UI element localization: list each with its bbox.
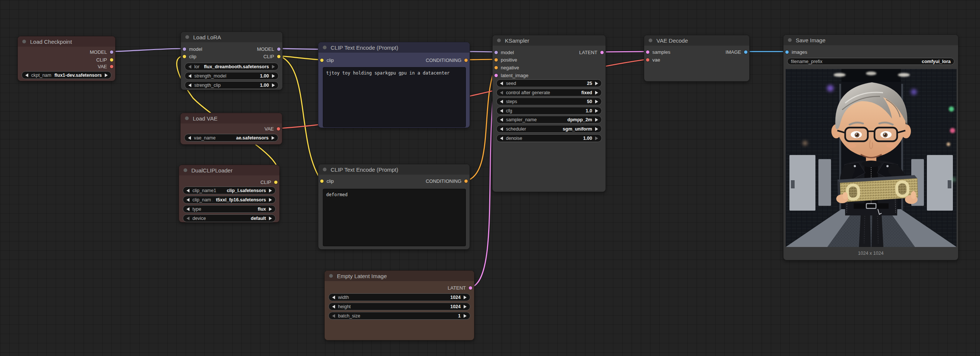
clip-port-icon[interactable]: [277, 55, 280, 58]
output-slot-clip[interactable]: CLIP: [263, 53, 280, 60]
node-clip-text-encode-negative[interactable]: CLIP Text Encode (Prompt) clip CONDITION…: [318, 164, 470, 250]
collapse-dot-icon[interactable]: [329, 274, 333, 278]
increment-arrow-icon[interactable]: [269, 198, 272, 202]
node-dual-clip-loader[interactable]: DualCLIPLoader CLIP clip_name1 clip_l.sa…: [179, 165, 280, 223]
node-ksampler[interactable]: KSampler model positive negative latent_…: [492, 35, 606, 192]
node-titlebar[interactable]: Empty Latent Image: [325, 271, 474, 281]
node-titlebar[interactable]: Load VAE: [181, 113, 282, 123]
node-load-vae[interactable]: Load VAE VAE vae_name ae.safetensors: [180, 113, 282, 145]
node-titlebar[interactable]: KSampler: [493, 35, 606, 46]
vae-port-icon[interactable]: [646, 58, 649, 62]
output-slot-clip[interactable]: CLIP: [261, 179, 277, 185]
decrement-arrow-icon[interactable]: [500, 91, 503, 95]
input-slot-clip[interactable]: clip: [320, 57, 334, 63]
collapse-dot-icon[interactable]: [323, 168, 326, 171]
decrement-arrow-icon[interactable]: [186, 207, 189, 211]
vae-port-icon[interactable]: [277, 127, 280, 131]
decrement-arrow-icon[interactable]: [500, 136, 503, 140]
prompt-text-area[interactable]: tjtoy toy holding sparkgpu gpu in a data…: [323, 67, 466, 127]
latent-port-icon[interactable]: [646, 51, 649, 54]
widget-denoise[interactable]: denoise 1.00: [496, 134, 602, 142]
widget-batch-size[interactable]: batch_size 1: [328, 312, 470, 320]
decrement-arrow-icon[interactable]: [500, 109, 503, 113]
latent-port-icon[interactable]: [600, 51, 604, 54]
output-slot-latent[interactable]: LATENT: [448, 285, 472, 291]
input-slot-latent-image[interactable]: latent_image: [495, 72, 528, 79]
widget-strength-clip[interactable]: strength_clip 1.00: [185, 81, 278, 89]
increment-arrow-icon[interactable]: [595, 118, 598, 122]
increment-arrow-icon[interactable]: [269, 207, 272, 211]
increment-arrow-icon[interactable]: [464, 314, 466, 318]
widget-ckpt-name[interactable]: ckpt_name flux1-dev.safetensors: [22, 71, 111, 79]
output-slot-vae[interactable]: VAE: [98, 63, 113, 70]
decrement-arrow-icon[interactable]: [186, 217, 189, 220]
widget-filename-prefix[interactable]: filename_prefix comfyui_lora: [787, 58, 955, 65]
node-titlebar[interactable]: CLIP Text Encode (Prompt): [318, 42, 469, 53]
increment-arrow-icon[interactable]: [595, 127, 598, 131]
widget-seed[interactable]: seed 25: [496, 79, 602, 87]
output-slot-model[interactable]: MODEL: [90, 49, 113, 55]
model-port-icon[interactable]: [183, 47, 186, 51]
input-slot-negative[interactable]: negative: [495, 64, 519, 71]
widget-steps[interactable]: steps 50: [496, 98, 602, 105]
vae-port-icon[interactable]: [110, 65, 113, 68]
increment-arrow-icon[interactable]: [464, 296, 466, 299]
node-vae-decode[interactable]: VAE Decode samples vae IMAGE: [644, 35, 750, 82]
node-clip-text-encode-positive[interactable]: CLIP Text Encode (Prompt) clip CONDITION…: [318, 42, 470, 128]
image-port-icon[interactable]: [744, 51, 748, 54]
increment-arrow-icon[interactable]: [595, 82, 598, 85]
output-slot-conditioning[interactable]: CONDITIONING: [426, 57, 468, 63]
clip-port-icon[interactable]: [274, 180, 277, 184]
input-slot-clip[interactable]: clip: [320, 178, 334, 184]
node-save-image[interactable]: Save Image images filename_prefix comfyu…: [783, 35, 958, 260]
collapse-dot-icon[interactable]: [788, 38, 792, 42]
collapse-dot-icon[interactable]: [185, 35, 189, 39]
widget-clip-name2[interactable]: clip_nam ... t5xxl_fp16.safetensors: [183, 196, 276, 204]
increment-arrow-icon[interactable]: [464, 305, 466, 309]
increment-arrow-icon[interactable]: [595, 109, 598, 113]
node-titlebar[interactable]: VAE Decode: [644, 35, 749, 46]
output-slot-model[interactable]: MODEL: [257, 46, 280, 52]
node-load-lora[interactable]: Load LoRA model clip MODEL CLIP lor ... …: [181, 32, 283, 90]
node-titlebar[interactable]: CLIP Text Encode (Prompt): [318, 164, 469, 175]
input-slot-model[interactable]: model: [495, 49, 514, 55]
collapse-dot-icon[interactable]: [22, 40, 26, 43]
conditioning-port-icon[interactable]: [495, 58, 498, 62]
conditioning-port-icon[interactable]: [465, 179, 468, 183]
increment-arrow-icon[interactable]: [272, 74, 275, 78]
decrement-arrow-icon[interactable]: [332, 305, 335, 309]
model-port-icon[interactable]: [110, 51, 113, 54]
decrement-arrow-icon[interactable]: [188, 65, 191, 69]
conditioning-port-icon[interactable]: [495, 66, 498, 70]
decrement-arrow-icon[interactable]: [332, 314, 335, 318]
widget-lora-name[interactable]: lor ... flux_dreambooth.safetensors: [185, 63, 278, 70]
latent-port-icon[interactable]: [495, 74, 498, 77]
input-slot-images[interactable]: images: [785, 49, 807, 55]
decrement-arrow-icon[interactable]: [188, 74, 191, 78]
decrement-arrow-icon[interactable]: [25, 73, 28, 77]
decrement-arrow-icon[interactable]: [186, 198, 189, 202]
widget-width[interactable]: width 1024: [328, 293, 470, 301]
collapse-dot-icon[interactable]: [649, 39, 652, 42]
decrement-arrow-icon[interactable]: [500, 127, 503, 131]
widget-type[interactable]: type flux: [183, 205, 276, 213]
increment-arrow-icon[interactable]: [272, 65, 275, 69]
increment-arrow-icon[interactable]: [269, 217, 272, 220]
collapse-dot-icon[interactable]: [183, 168, 187, 172]
input-slot-clip[interactable]: clip: [183, 53, 197, 60]
prompt-text-area[interactable]: deformed: [323, 189, 466, 246]
output-slot-conditioning[interactable]: CONDITIONING: [426, 178, 468, 184]
clip-port-icon[interactable]: [320, 179, 324, 183]
decrement-arrow-icon[interactable]: [188, 84, 191, 87]
increment-arrow-icon[interactable]: [595, 91, 598, 95]
decrement-arrow-icon[interactable]: [188, 136, 191, 140]
conditioning-port-icon[interactable]: [465, 59, 468, 62]
model-port-icon[interactable]: [277, 47, 280, 51]
input-slot-samples[interactable]: samples: [646, 49, 670, 55]
input-slot-model[interactable]: model: [183, 46, 202, 52]
input-slot-vae[interactable]: vae: [646, 56, 660, 63]
widget-clip-name1[interactable]: clip_name1 clip_l.safetensors: [183, 187, 276, 194]
decrement-arrow-icon[interactable]: [500, 118, 503, 122]
decrement-arrow-icon[interactable]: [500, 100, 503, 103]
increment-arrow-icon[interactable]: [269, 189, 272, 193]
